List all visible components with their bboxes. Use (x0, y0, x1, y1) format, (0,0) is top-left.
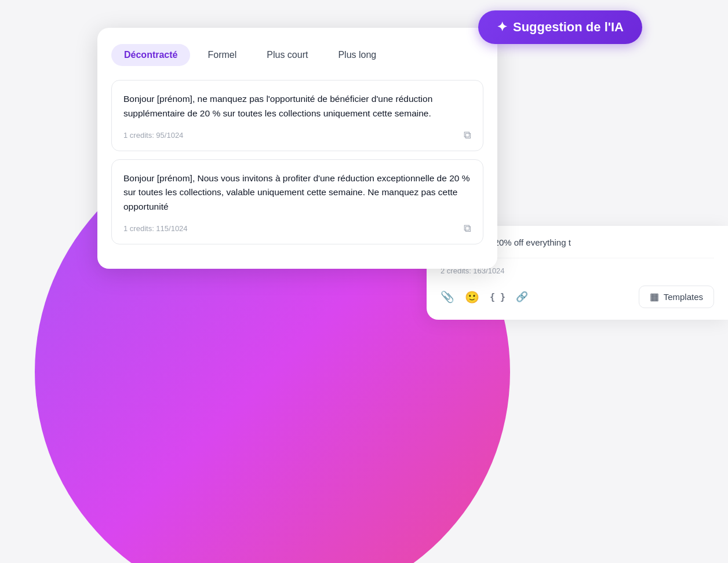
ai-suggestion-label: Suggestion de l'IA (513, 20, 624, 35)
templates-label: Templates (664, 292, 703, 302)
toolbar-row: 📎 🙂 { } 🔗 ▦ Templates (441, 286, 714, 308)
message-text-2: Bonjour [prénom], Nous vous invitons à p… (123, 171, 471, 214)
message-footer-1: 1 credits: 95/1024 ⧉ (123, 129, 471, 141)
suggestion-popup: Décontracté Formel Plus court Plus long … (97, 28, 497, 269)
variable-icon[interactable]: { } (490, 292, 505, 302)
attachment-icon[interactable]: 📎 (441, 290, 454, 304)
sparkle-icon: ✦ (497, 20, 507, 35)
tab-plus-long[interactable]: Plus long (325, 44, 389, 66)
templates-icon: ▦ (650, 291, 659, 303)
message-card-1: Bonjour [prénom], ne manquez pas l'oppor… (111, 80, 483, 151)
credits-label-2: 1 credits: 115/1024 (123, 224, 188, 233)
ai-suggestion-button[interactable]: ✦ Suggestion de l'IA (478, 10, 642, 44)
credits-label-1: 1 credits: 95/1024 (123, 131, 183, 140)
message-card-2: Bonjour [prénom], Nous vous invitons à p… (111, 159, 483, 244)
tab-plus-court[interactable]: Plus court (254, 44, 321, 66)
emoji-icon[interactable]: 🙂 (465, 290, 479, 304)
copy-icon-2[interactable]: ⧉ (464, 222, 471, 235)
tab-decontracte[interactable]: Décontracté (111, 44, 190, 66)
tabs-row: Décontracté Formel Plus court Plus long (111, 44, 483, 66)
copy-icon-1[interactable]: ⧉ (464, 129, 471, 141)
link-icon[interactable]: 🔗 (516, 291, 528, 303)
tab-formel[interactable]: Formel (195, 44, 249, 66)
message-text-1: Bonjour [prénom], ne manquez pas l'oppor… (123, 92, 471, 121)
templates-button[interactable]: ▦ Templates (639, 286, 714, 308)
message-footer-2: 1 credits: 115/1024 ⧉ (123, 222, 471, 235)
